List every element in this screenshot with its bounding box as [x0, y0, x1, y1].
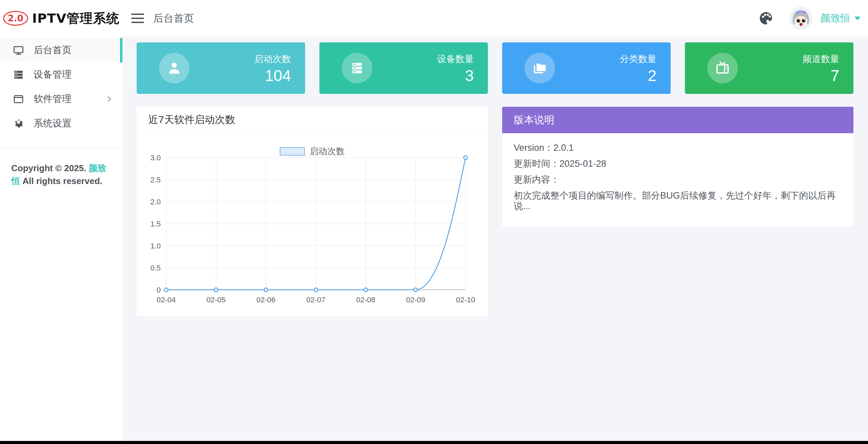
chart-title: 近7天软件启动次数 — [137, 107, 488, 133]
window-icon — [13, 94, 24, 105]
stat-card-text: 设备数量 3 — [437, 53, 474, 83]
monitor-icon — [13, 45, 24, 56]
folders-icon — [525, 53, 555, 83]
svg-text:2.0: 2.0 — [150, 198, 161, 206]
stat-label: 启动次数 — [254, 53, 291, 65]
launch-chart-card: 近7天软件启动次数 00.51.01.52.02.53.002-0402-050… — [137, 107, 488, 316]
sidebar-item-label: 设备管理 — [34, 68, 72, 81]
breadcrumb: 后台首页 — [153, 12, 194, 25]
sidebar-menu: 后台首页 设备管理 软件管理 — [0, 38, 122, 136]
legend-label: 启动次数 — [310, 145, 345, 157]
svg-text:02-06: 02-06 — [256, 296, 275, 304]
line-chart[interactable]: 00.51.01.52.02.53.002-0402-0502-0602-070… — [137, 133, 488, 316]
sidebar-item-label: 后台首页 — [34, 44, 72, 57]
stat-value: 2 — [620, 68, 656, 83]
svg-text:02-08: 02-08 — [356, 296, 375, 304]
stat-card-text: 分类数量 2 — [620, 53, 656, 83]
svg-text:1.5: 1.5 — [150, 220, 161, 228]
sidebar-item-devices[interactable]: 设备管理 — [0, 62, 122, 87]
chart-legend[interactable]: 启动次数 — [137, 145, 488, 157]
version-card-body: Version：2.0.1 更新时间：2025-01-28 更新内容： 初次完成… — [502, 133, 853, 226]
sidebar: 2.0 IPTV管理系统 后台首页 — [0, 0, 122, 444]
main-content: 启动次数 104 设备数量 3 — [122, 37, 868, 316]
user-icon — [159, 53, 190, 83]
sidebar-item-label: 系统设置 — [34, 117, 72, 130]
stat-card-channels: 频道数量 7 — [685, 42, 853, 94]
version-card: 版本说明 Version：2.0.1 更新时间：2025-01-28 更新内容：… — [502, 107, 853, 226]
svg-text:2.5: 2.5 — [150, 176, 161, 184]
stat-card-text: 频道数量 7 — [803, 53, 839, 83]
caret-down-icon[interactable] — [854, 17, 861, 20]
update-content-text: 初次完成整个项目的编写制作。部分BUG后续修复，先过个好年，剩下的以后再说... — [514, 190, 842, 211]
svg-text:02-05: 02-05 — [206, 296, 225, 304]
username[interactable]: 颜致恒 — [821, 12, 850, 25]
copyright-prefix: Copyright © 2025. — [11, 163, 89, 173]
stat-label: 设备数量 — [437, 53, 474, 65]
stat-label: 分类数量 — [620, 53, 656, 65]
theme-palette-button[interactable] — [758, 11, 774, 26]
chevron-right-icon — [105, 95, 113, 103]
logo-title: IPTV管理系统 — [32, 10, 119, 27]
stat-value: 104 — [254, 68, 291, 83]
stat-label: 频道数量 — [803, 53, 839, 65]
svg-text:0: 0 — [157, 286, 161, 294]
gear-icon — [13, 118, 24, 129]
sidebar-item-settings[interactable]: 系统设置 — [0, 111, 122, 136]
server-stack-icon — [342, 53, 372, 83]
sidebar-item-software[interactable]: 软件管理 — [0, 87, 122, 111]
update-content-label: 更新内容： — [514, 175, 842, 185]
svg-text:1.0: 1.0 — [150, 242, 161, 250]
svg-text:02-09: 02-09 — [406, 296, 425, 304]
app-logo[interactable]: 2.0 IPTV管理系统 — [0, 0, 122, 37]
server-icon — [13, 69, 24, 80]
stat-card-devices: 设备数量 3 — [319, 42, 488, 94]
stat-card-text: 启动次数 104 — [254, 53, 291, 83]
stat-cards-row: 启动次数 104 设备数量 3 — [137, 42, 853, 94]
chart-body: 00.51.01.52.02.53.002-0402-0502-0602-070… — [137, 133, 488, 316]
version-card-title: 版本说明 — [502, 107, 853, 133]
svg-text:0.5: 0.5 — [150, 264, 161, 272]
menu-toggle-button[interactable] — [131, 14, 144, 23]
sidebar-item-dashboard[interactable]: 后台首页 — [0, 38, 122, 62]
panels-row: 近7天软件启动次数 00.51.01.52.02.53.002-0402-050… — [137, 107, 853, 316]
version-number: Version：2.0.1 — [514, 143, 842, 153]
sidebar-item-label: 软件管理 — [34, 93, 72, 105]
logo-version-badge: 2.0 — [3, 11, 28, 26]
copyright-text: Copyright © 2025. 颜致恒 All rights reserve… — [11, 162, 112, 187]
stat-card-launches: 启动次数 104 — [137, 42, 305, 94]
svg-text:02-07: 02-07 — [306, 296, 325, 304]
topbar-right: 颜致恒 — [758, 7, 861, 30]
stat-value: 7 — [803, 68, 839, 83]
sidebar-divider — [0, 148, 122, 148]
svg-text:02-10: 02-10 — [456, 296, 475, 304]
stat-value: 3 — [437, 68, 474, 83]
update-date: 更新时间：2025-01-28 — [514, 159, 842, 169]
svg-text:02-04: 02-04 — [157, 296, 176, 304]
topbar: 后台首页 颜致 — [122, 0, 868, 37]
legend-swatch — [280, 147, 305, 156]
tv-icon — [707, 53, 738, 83]
copyright-suffix: All rights reserved. — [20, 176, 102, 186]
avatar[interactable] — [789, 7, 812, 30]
bottom-bar — [0, 441, 868, 444]
stat-card-categories: 分类数量 2 — [502, 42, 671, 94]
